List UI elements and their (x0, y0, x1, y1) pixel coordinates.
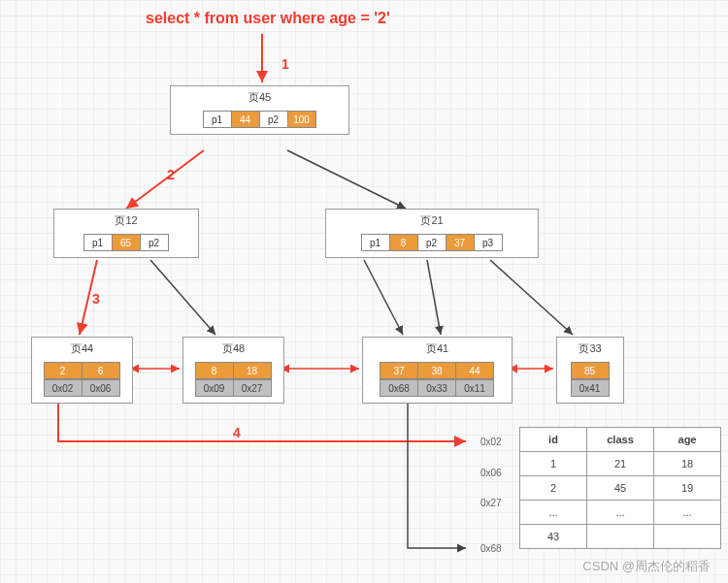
node-title: 页12 (54, 210, 198, 230)
table-row: ... ... ... (520, 501, 721, 525)
key: 37 (446, 234, 475, 251)
addr: 0x06 (82, 379, 120, 397)
diagram-canvas: select * from user where age = '2' 1 2 3… (0, 0, 728, 583)
node-title: 页33 (557, 338, 623, 358)
key: 38 (417, 362, 456, 379)
node-title: 页41 (363, 338, 512, 358)
node-page12: 页12 p1 65 p2 (53, 209, 199, 258)
addr-label: 0x06 (480, 468, 502, 478)
watermark: CSDN @周杰伦的稻香 (582, 558, 711, 575)
key: 8 (389, 234, 418, 251)
key: 85 (571, 362, 610, 379)
table-header-row: id class age (520, 428, 721, 452)
step-1: 1 (281, 56, 289, 72)
key: 6 (82, 362, 120, 379)
key: 2 (44, 362, 83, 379)
addr: 0x09 (195, 379, 234, 397)
ptr: p2 (259, 111, 288, 128)
addr: 0x41 (571, 379, 610, 397)
ptr: p2 (140, 234, 169, 251)
svg-line-1 (126, 150, 204, 209)
key: 100 (287, 111, 316, 128)
key: 44 (231, 111, 260, 128)
node-page45: 页45 p1 44 p2 100 (170, 85, 349, 135)
node-title: 页48 (183, 338, 283, 358)
addr: 0x33 (417, 379, 456, 397)
node-title: 页21 (326, 210, 538, 230)
step-2: 2 (167, 167, 175, 182)
node-page48: 页48 8 18 0x09 0x27 (182, 337, 284, 404)
step-3: 3 (92, 291, 100, 307)
addr-label: 0x02 (480, 437, 502, 447)
addr: 0x68 (380, 379, 418, 397)
key: 44 (455, 362, 494, 379)
addr: 0x02 (44, 379, 83, 397)
key: 65 (112, 234, 141, 251)
key: 37 (380, 362, 418, 379)
col-age: age (654, 428, 721, 452)
svg-line-2 (287, 150, 406, 209)
col-class: class (587, 428, 654, 452)
table-row: 1 21 18 (520, 452, 721, 476)
node-page21: 页21 p1 8 p2 37 p3 (325, 209, 539, 258)
col-id: id (520, 428, 587, 452)
addr-label: 0x27 (480, 498, 502, 508)
addr: 0x27 (233, 379, 272, 397)
node-page33: 页33 85 0x41 (556, 337, 624, 404)
table-row: 2 45 19 (520, 476, 721, 501)
key: 8 (195, 362, 234, 379)
sql-text: select * from user where age = '2' (146, 10, 390, 27)
svg-line-7 (490, 260, 573, 335)
data-table: id class age 1 21 18 2 45 19 ... ... ...… (519, 427, 721, 549)
addr: 0x11 (455, 379, 494, 397)
svg-line-6 (427, 260, 441, 335)
ptr: p1 (203, 111, 232, 128)
addr-label: 0x68 (480, 543, 502, 554)
node-title: 页45 (171, 86, 348, 107)
ptr: p1 (361, 234, 390, 251)
step-4: 4 (233, 425, 241, 440)
ptr: p2 (417, 234, 447, 251)
key: 18 (233, 362, 272, 379)
svg-line-5 (364, 260, 403, 335)
ptr: p3 (474, 234, 503, 251)
table-row: 43 (520, 525, 721, 549)
node-page41: 页41 37 38 44 0x68 0x33 0x11 (362, 337, 513, 404)
node-title: 页44 (32, 338, 132, 358)
svg-line-4 (150, 260, 215, 335)
node-page44: 页44 2 6 0x02 0x06 (31, 337, 133, 404)
ptr: p1 (83, 234, 113, 251)
